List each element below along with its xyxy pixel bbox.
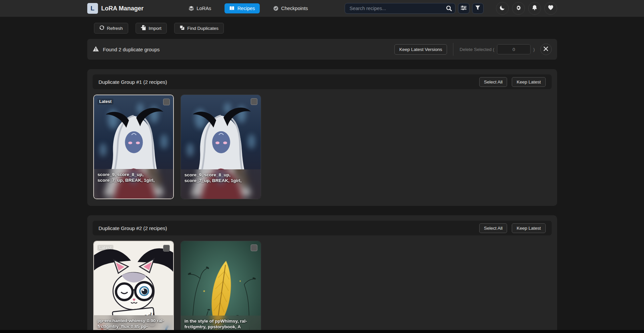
- divider: [453, 43, 453, 56]
- bell-icon: [532, 5, 538, 12]
- file-import-icon: [141, 25, 146, 31]
- tab-loras-label: LoRAs: [197, 6, 211, 11]
- recipe-checkbox[interactable]: [163, 99, 170, 105]
- import-label: Import: [149, 26, 161, 31]
- warning-icon: [93, 46, 99, 53]
- tab-checkpoints-label: Checkpoints: [281, 6, 308, 11]
- keep-latest-versions-button[interactable]: Keep Latest Versions: [394, 44, 447, 55]
- top-navbar: L LoRA Manager LoRAs Recipes Checkpoint: [0, 0, 644, 17]
- caption-line-2: score_7_up, BREAK, 1girl,: [98, 177, 169, 183]
- recipe-checkbox[interactable]: [251, 98, 257, 105]
- support-button[interactable]: [544, 2, 557, 15]
- find-duplicates-button[interactable]: Find Duplicates: [174, 23, 224, 34]
- notifications-button[interactable]: [528, 2, 541, 15]
- logo-letter: L: [91, 5, 95, 12]
- caption-line-1: score_9, score_8_up,: [98, 172, 169, 177]
- app-title: LoRA Manager: [101, 5, 144, 12]
- import-button[interactable]: Import: [136, 23, 167, 34]
- banner-message: Found 2 duplicate groups: [103, 47, 160, 52]
- group-2-keep-latest-button[interactable]: Keep Latest: [512, 223, 545, 233]
- find-duplicates-label: Find Duplicates: [187, 26, 218, 31]
- search-input[interactable]: [345, 3, 455, 14]
- tab-recipes-label: Recipes: [237, 6, 255, 11]
- filter-button[interactable]: [472, 3, 484, 14]
- group-2-title: Duplicate Group #2 (2 recipes): [99, 225, 167, 231]
- tab-checkpoints[interactable]: Checkpoints: [268, 3, 313, 13]
- main-nav: LoRAs Recipes Checkpoints: [184, 3, 313, 13]
- duplicates-icon: [180, 25, 185, 31]
- gear-icon: [515, 5, 522, 12]
- refresh-label: Refresh: [107, 26, 123, 31]
- delete-selected-label: Delete Selected (: [459, 47, 494, 52]
- recipe-caption: score_9, score_8_up, score_7_up, BREAK, …: [94, 169, 173, 199]
- caption-line-1: pp-enchanted-whimsy:0.90 ral-: [98, 318, 169, 324]
- latest-badge: Latest: [97, 99, 114, 105]
- latest-badge: Latest: [97, 245, 114, 251]
- delete-selected-button[interactable]: Delete Selected ( ): [459, 44, 535, 54]
- heart-icon: [548, 5, 554, 12]
- tab-loras[interactable]: LoRAs: [184, 3, 216, 13]
- group-1-select-all-button[interactable]: Select All: [479, 77, 507, 87]
- caption-line-1: score_9, score_8_up,: [185, 172, 257, 178]
- layers-icon: [189, 6, 194, 11]
- duplicates-banner: Found 2 duplicate groups Keep Latest Ver…: [87, 39, 557, 60]
- recipe-checkbox[interactable]: [163, 245, 170, 252]
- settings-button[interactable]: [512, 2, 525, 15]
- caption-line-2: score_7_up, BREAK, 1girl,: [185, 178, 257, 183]
- recipe-caption: score_9, score_8_up, score_7_up, BREAK, …: [181, 169, 261, 199]
- recipes-toolbar: Refresh Import Find Duplicates: [87, 17, 557, 34]
- duplicate-group-2: Duplicate Group #2 (2 recipes) Select Al…: [87, 215, 557, 333]
- theme-toggle-button[interactable]: [496, 2, 509, 15]
- search-bar: [345, 3, 455, 14]
- caption-line-2: frctlgmtry_flux:0.85 pp-: [98, 324, 169, 329]
- navbar-actions: [496, 2, 557, 15]
- recipe-card[interactable]: score_9, score_8_up, score_7_up, BREAK, …: [181, 95, 261, 199]
- moon-icon: [499, 5, 505, 12]
- tab-recipes[interactable]: Recipes: [225, 3, 259, 13]
- delete-selected-suffix: ): [533, 47, 535, 52]
- bottom-edge-strip: [0, 330, 644, 333]
- refresh-icon: [99, 25, 104, 31]
- group-1-header: Duplicate Group #1 (2 recipes) Select Al…: [93, 74, 552, 89]
- recipe-checkbox[interactable]: [251, 244, 257, 251]
- close-icon: [544, 47, 548, 52]
- sliders-icon: [461, 5, 466, 12]
- group-1-keep-latest-button[interactable]: Keep Latest: [512, 77, 545, 87]
- group-1-title: Duplicate Group #1 (2 recipes): [99, 79, 167, 85]
- delete-count-input[interactable]: [497, 44, 531, 54]
- filter-funnel-icon: [475, 5, 480, 11]
- search-icon[interactable]: [446, 5, 452, 13]
- recipe-card[interactable]: Latest score_9, score_8_up, score_7_up, …: [93, 95, 174, 199]
- sort-options-button[interactable]: [458, 3, 469, 14]
- refresh-button[interactable]: Refresh: [94, 23, 128, 34]
- book-icon: [229, 6, 235, 11]
- close-banner-button[interactable]: [540, 44, 552, 55]
- caption-line-2: frctlgmtry, ppstorybook, A: [185, 324, 257, 330]
- check-circle-icon: [273, 6, 279, 11]
- app-logo[interactable]: L: [87, 3, 98, 14]
- duplicate-group-1: Duplicate Group #1 (2 recipes) Select Al…: [87, 69, 557, 206]
- recipe-card[interactable]: Stay tuned!: [93, 241, 174, 333]
- recipe-card[interactable]: in the style of ppWhimsy, ral- frctlgmtr…: [181, 241, 261, 333]
- group-2-select-all-button[interactable]: Select All: [479, 223, 507, 233]
- caption-line-1: in the style of ppWhimsy, ral-: [185, 318, 257, 324]
- group-2-header: Duplicate Group #2 (2 recipes) Select Al…: [93, 221, 552, 235]
